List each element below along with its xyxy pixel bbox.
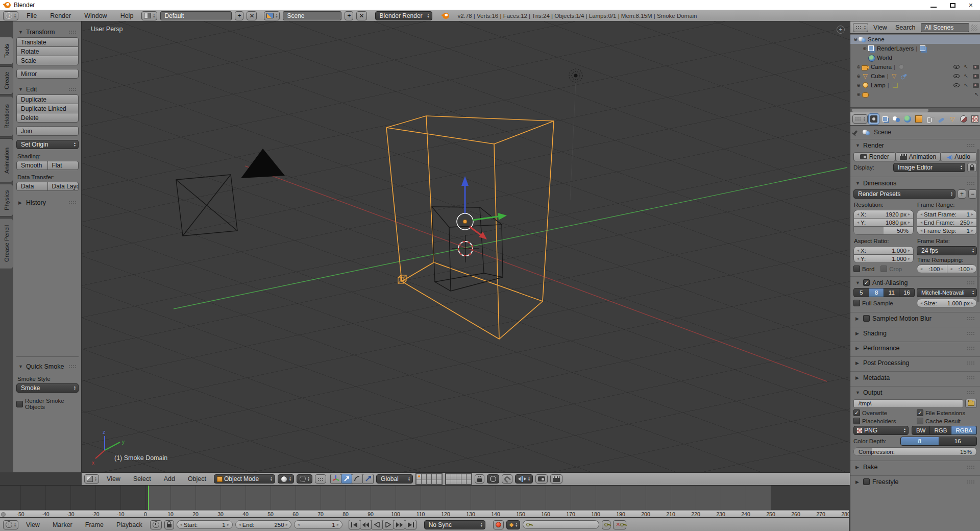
outliner-filter-select[interactable]: All Scenes: [921, 23, 970, 32]
tab-world[interactable]: [902, 114, 913, 124]
outliner-row-camera[interactable]: ⊕ Camera | ↖: [850, 62, 980, 71]
tab-texture[interactable]: [970, 114, 980, 124]
sampled-motion-blur-checkbox[interactable]: [863, 315, 870, 322]
tab-object[interactable]: [914, 114, 924, 124]
depth-16[interactable]: 16: [939, 437, 977, 446]
lock-layers-button[interactable]: [475, 474, 484, 484]
aa-sample-8[interactable]: 8: [869, 288, 885, 297]
layout-browse-button[interactable]: ▴▾: [141, 11, 157, 20]
editor-type-selector[interactable]: ▴▾: [853, 23, 868, 32]
visibility-toggle[interactable]: [953, 65, 960, 69]
color-mode-rgba[interactable]: RGBA: [951, 426, 977, 435]
performance-section-header[interactable]: ▶ Performance: [853, 343, 977, 353]
tab-relations[interactable]: Relations: [0, 96, 13, 137]
minimize-button[interactable]: [930, 7, 937, 8]
aspect-y-field[interactable]: ◂Y:1.000▸: [853, 254, 914, 263]
scale-button[interactable]: Scale: [16, 56, 79, 65]
dimensions-section-header[interactable]: ▼ Dimensions: [853, 178, 977, 188]
frame-rate-select[interactable]: 24 fps ▴▾: [917, 246, 977, 255]
resolution-x-field[interactable]: ◂X:1920 px▸: [853, 210, 914, 219]
manipulator-toggle[interactable]: [330, 474, 341, 484]
resolution-percentage-slider[interactable]: 50%: [853, 226, 914, 235]
output-path-field[interactable]: /tmp\: [853, 399, 963, 408]
expand-icon[interactable]: ⊕: [855, 74, 862, 79]
keying-set-field[interactable]: [523, 520, 599, 529]
menu-playback[interactable]: Playback: [111, 521, 148, 528]
visibility-toggle[interactable]: [953, 83, 960, 87]
placeholders-checkbox[interactable]: [853, 418, 860, 424]
outliner-row-cube[interactable]: ⊕ ▽ Cube | ▽ ↖: [850, 71, 980, 81]
mode-select[interactable]: Object Mode ▴▾: [214, 474, 275, 484]
preset-remove-button[interactable]: −: [968, 189, 977, 199]
playhead[interactable]: [148, 486, 149, 510]
play-button[interactable]: [382, 520, 394, 529]
tab-tools[interactable]: Tools: [0, 37, 13, 65]
layers-widget[interactable]: [415, 473, 443, 485]
preview-range-button[interactable]: [150, 520, 162, 529]
timeline-canvas[interactable]: [0, 486, 849, 510]
aa-samples-segment[interactable]: 5 8 11 16: [853, 288, 915, 297]
aa-sample-11[interactable]: 11: [884, 288, 899, 297]
pivot-align-toggle[interactable]: [315, 474, 326, 484]
join-button[interactable]: Join: [16, 126, 79, 136]
preset-add-button[interactable]: +: [958, 189, 966, 199]
viewport-canvas[interactable]: z y x User Persp (1) Smoke Domain +: [82, 21, 850, 472]
end-frame-field[interactable]: ◂End Frame:250▸: [917, 218, 977, 227]
layout-add-button[interactable]: +: [235, 11, 243, 20]
menu-marker[interactable]: Marker: [47, 521, 78, 528]
tab-create[interactable]: Create: [0, 66, 13, 94]
lamp-object[interactable]: [569, 69, 582, 200]
aa-sample-16[interactable]: 16: [899, 288, 915, 297]
resize-grip-icon[interactable]: [971, 25, 977, 31]
scene-browse-button[interactable]: ▴▾: [264, 11, 280, 20]
outliner-row-world[interactable]: World: [850, 53, 980, 62]
rotate-manipulator-button[interactable]: [352, 474, 363, 484]
color-mode-segment[interactable]: BW RGB RGBA: [912, 426, 977, 435]
delete-keyframe-button[interactable]: ✕: [613, 520, 626, 529]
orientation-select[interactable]: Global ▴▾: [376, 474, 413, 484]
menu-select[interactable]: Select: [128, 475, 156, 482]
editor-type-selector[interactable]: ▴▾: [852, 114, 868, 124]
browse-folder-button[interactable]: [965, 399, 977, 408]
data-button[interactable]: Data: [16, 182, 48, 191]
tab-grease-pencil[interactable]: Grease Pencil: [0, 218, 13, 269]
aspect-x-field[interactable]: ◂X:1.000▸: [853, 246, 914, 255]
color-mode-rgb[interactable]: RGB: [930, 426, 951, 435]
expand-icon[interactable]: ⊕: [855, 64, 862, 69]
selectability-toggle[interactable]: ↖: [964, 64, 968, 69]
render-engine-select[interactable]: Blender Render ▴▾: [375, 11, 432, 20]
renderability-toggle[interactable]: [973, 83, 979, 88]
expand-icon[interactable]: ⊕: [855, 92, 862, 97]
rotate-button[interactable]: Rotate: [16, 46, 79, 56]
aa-size-field[interactable]: ◂Size:1.000 px▸: [917, 299, 977, 307]
snap-element-select[interactable]: ▴▾: [515, 474, 533, 484]
remap-new-field[interactable]: ◂:100▸: [947, 264, 977, 273]
render-section-header[interactable]: ▼ Render: [853, 140, 977, 151]
tab-physics[interactable]: Physics: [0, 184, 13, 216]
delete-button[interactable]: Delete: [16, 113, 79, 123]
outliner-hscrollbar[interactable]: [850, 107, 980, 112]
expand-icon[interactable]: ⊕: [855, 83, 862, 88]
quick-smoke-header[interactable]: ▼ Quick Smoke: [16, 361, 79, 372]
outliner-row-renderlayers[interactable]: ⊕ RenderLayers |: [850, 44, 980, 53]
pin-icon[interactable]: [853, 130, 858, 134]
sync-mode-select[interactable]: No Sync ▴▾: [424, 520, 485, 529]
menu-window[interactable]: Window: [79, 12, 112, 19]
metadata-section-header[interactable]: ▶ Metadata: [853, 372, 977, 383]
sampled-motion-blur-header[interactable]: ▶ Sampled Motion Blur: [853, 313, 977, 324]
end-frame-field[interactable]: ◂ End: 250 ▸: [235, 520, 291, 529]
transform-panel-header[interactable]: ▼ Transform: [16, 27, 79, 37]
duplicate-linked-button[interactable]: Duplicate Linked: [16, 104, 79, 113]
flat-button[interactable]: Flat: [47, 161, 79, 170]
outliner-row-lamp[interactable]: ⊕ Lamp | ↖: [850, 81, 980, 90]
menu-search[interactable]: Search: [892, 24, 919, 31]
jump-to-end-button[interactable]: [405, 520, 416, 529]
tab-animation[interactable]: Animation: [0, 138, 13, 182]
start-frame-field[interactable]: ◂Start Frame:1▸: [917, 210, 977, 219]
expand-icon[interactable]: ⊕: [862, 46, 868, 51]
display-select[interactable]: Image Editor ▴▾: [893, 163, 965, 172]
remap-old-field[interactable]: ◂:100▸: [917, 264, 947, 273]
cache-result-checkbox[interactable]: [917, 418, 923, 424]
layout-delete-button[interactable]: ✕: [247, 11, 257, 20]
color-depth-segment[interactable]: 8 16: [900, 437, 977, 446]
